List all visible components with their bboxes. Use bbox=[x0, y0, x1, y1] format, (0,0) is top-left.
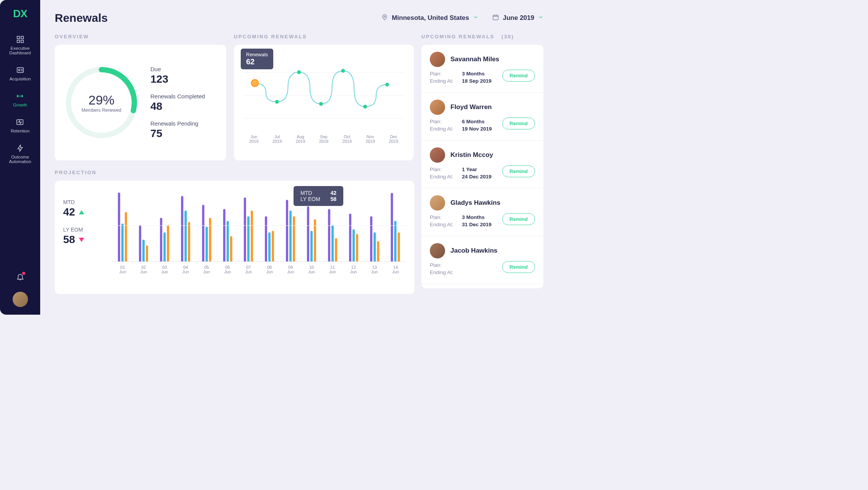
notifications-button[interactable] bbox=[16, 273, 24, 283]
nav-acquisition[interactable]: Acquisition bbox=[7, 66, 33, 81]
nav-label: Growth bbox=[13, 103, 27, 107]
location-value: Minnesota, United States bbox=[392, 14, 469, 22]
member-name: Kristin Mccoy bbox=[450, 151, 493, 159]
current-user-avatar[interactable] bbox=[13, 292, 28, 307]
nav-label: Executive Dashboard bbox=[2, 46, 38, 55]
renewals-list[interactable]: Savannah Miles Plan:3 Months Ending At:1… bbox=[421, 45, 543, 288]
x-tick: 03Jun bbox=[161, 265, 168, 274]
svg-rect-8 bbox=[493, 15, 498, 20]
x-tick: Oct2019 bbox=[343, 134, 352, 144]
x-tick: Nov2019 bbox=[365, 134, 375, 144]
bar bbox=[289, 211, 292, 261]
renewals-list-heading: UPCOMING RENEWALS bbox=[421, 34, 494, 39]
renewal-item: Floyd Warren Plan:6 Months Ending At:19 … bbox=[421, 93, 543, 140]
plan-value: 6 Months bbox=[462, 119, 485, 124]
donut-sublabel: Members Renewed bbox=[82, 108, 121, 113]
bar bbox=[230, 236, 232, 262]
bar-group bbox=[370, 216, 379, 261]
x-tick: 07Jun bbox=[245, 265, 252, 274]
stat-label: Renewals Pending bbox=[150, 120, 205, 127]
member-avatar bbox=[430, 100, 445, 115]
sidebar: DX Executive Dashboard Acquisition Growt… bbox=[0, 0, 40, 315]
end-label: Ending At: bbox=[430, 126, 455, 132]
remind-button[interactable]: Remind bbox=[502, 261, 535, 273]
bolt-icon bbox=[16, 144, 24, 152]
pulse-icon bbox=[16, 118, 24, 126]
bar bbox=[394, 221, 396, 261]
bar-group bbox=[118, 193, 127, 262]
stat-completed: Renewals Completed 48 bbox=[150, 93, 205, 113]
bar bbox=[223, 209, 225, 261]
bar bbox=[118, 193, 120, 262]
nav-label: Outcome Automation bbox=[2, 155, 38, 164]
bar-group bbox=[202, 205, 211, 261]
plan-value: 3 Months bbox=[462, 71, 485, 77]
bar bbox=[328, 209, 330, 261]
member-avatar bbox=[430, 243, 445, 258]
mtd-label: MTD bbox=[63, 199, 101, 205]
nav-growth[interactable]: Growth bbox=[11, 92, 29, 107]
bar bbox=[286, 200, 288, 262]
end-label: Ending At: bbox=[430, 174, 455, 180]
bar bbox=[293, 216, 295, 261]
x-tick: Dec2019 bbox=[389, 134, 398, 144]
svg-point-5 bbox=[18, 69, 20, 71]
bar bbox=[352, 229, 355, 261]
bar-group bbox=[328, 209, 337, 261]
svg-rect-3 bbox=[21, 40, 23, 42]
plan-label: Plan: bbox=[430, 214, 455, 220]
x-tick: 04Jun bbox=[182, 265, 189, 274]
x-tick: 11Jun bbox=[329, 265, 336, 274]
data-point bbox=[297, 70, 301, 74]
bar bbox=[335, 238, 337, 261]
location-filter[interactable]: Minnesota, United States bbox=[381, 14, 478, 22]
chevron-down-icon bbox=[473, 15, 478, 21]
bar bbox=[202, 205, 204, 261]
bar-group bbox=[139, 225, 148, 261]
remind-button[interactable]: Remind bbox=[502, 118, 535, 129]
lyeom-value: 58 bbox=[63, 234, 75, 246]
main-content: Renewals Minnesota, United States June 2… bbox=[40, 0, 558, 315]
x-tick: 01Jun bbox=[119, 265, 126, 274]
nav-executive-dashboard[interactable]: Executive Dashboard bbox=[0, 35, 40, 55]
page-title: Renewals bbox=[55, 11, 108, 24]
nav-label: Retention bbox=[11, 129, 29, 133]
bar bbox=[251, 211, 253, 261]
remind-button[interactable]: Remind bbox=[502, 213, 535, 225]
nav-outcome-automation[interactable]: Outcome Automation bbox=[0, 144, 40, 164]
mtd-value: 42 bbox=[63, 206, 75, 218]
bar-group bbox=[244, 198, 253, 261]
bar bbox=[163, 232, 166, 261]
upcoming-tooltip: Renewals 62 bbox=[241, 49, 273, 69]
data-point bbox=[341, 69, 345, 73]
remind-button[interactable]: Remind bbox=[502, 70, 535, 82]
x-tick: 14Jun bbox=[392, 265, 399, 274]
end-label: Ending At: bbox=[430, 78, 455, 84]
bar bbox=[370, 216, 372, 261]
nav-label: Acquisition bbox=[10, 77, 31, 81]
nav-retention[interactable]: Retention bbox=[8, 118, 32, 133]
plan-label: Plan: bbox=[430, 262, 455, 268]
x-tick: 05Jun bbox=[203, 265, 210, 274]
bar bbox=[227, 221, 229, 261]
bar-group bbox=[181, 196, 190, 261]
x-tick: Jun2019 bbox=[249, 134, 258, 144]
bar bbox=[244, 198, 246, 261]
bar bbox=[146, 245, 148, 261]
bar bbox=[209, 218, 211, 261]
trend-up-icon bbox=[79, 210, 84, 214]
highlight-dot bbox=[251, 80, 258, 87]
stat-value: 48 bbox=[150, 100, 205, 113]
end-value: 18 Sep 2019 bbox=[462, 78, 491, 84]
trend-down-icon bbox=[79, 238, 84, 242]
stat-value: 75 bbox=[150, 127, 205, 140]
period-filter[interactable]: June 2019 bbox=[492, 14, 543, 22]
remind-button[interactable]: Remind bbox=[502, 165, 535, 177]
svg-rect-1 bbox=[21, 36, 23, 39]
lyeom-label: LY EOM bbox=[63, 227, 101, 233]
renewal-item: Jacob Hawkins Plan: Ending At: Remind bbox=[421, 236, 543, 284]
member-name: Gladys Hawkins bbox=[450, 199, 500, 207]
end-label: Ending At: bbox=[430, 222, 455, 227]
bar bbox=[247, 216, 250, 261]
logo: DX bbox=[13, 8, 27, 20]
